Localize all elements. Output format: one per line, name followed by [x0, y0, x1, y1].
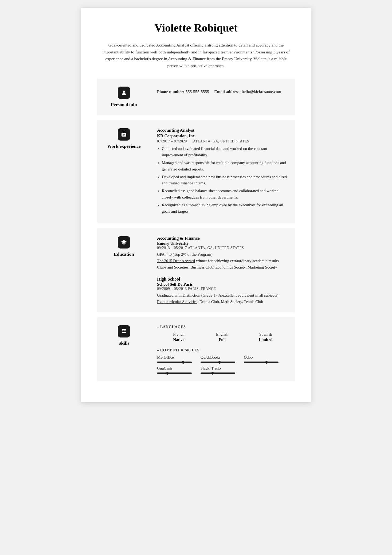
- edu-detail: The 2015 Dean's Award winner for achievi…: [157, 258, 287, 264]
- skill-item: MS Office: [157, 355, 201, 363]
- education-left: Education: [97, 228, 151, 312]
- skill-item-empty: [244, 366, 287, 374]
- personal-info-right: Phone number: 555-555-5555 Email address…: [151, 79, 295, 115]
- email-value: hello@kickresume.com: [242, 89, 281, 94]
- skill-bar: [157, 362, 192, 363]
- skill-bar-dot: [166, 372, 169, 375]
- skill-bar-dot: [265, 361, 268, 364]
- candidate-name: Violette Robiquet: [97, 21, 295, 34]
- job-company: KR Corporation, Inc.: [157, 134, 287, 138]
- computer-skills-label: – COMPUTER SKILLS: [157, 348, 287, 352]
- job-meta: 07/2017 – 07/2020 ATLANTA, GA, UNITED ST…: [157, 139, 287, 143]
- job-bullet: Collected and evaluated financial data a…: [162, 146, 287, 158]
- computer-skills-grid: MS OfficeQuickBooksOdooGnuCashSlack, Tre…: [157, 355, 287, 374]
- job-bullet: Reconciled assigned balance sheet accoun…: [162, 188, 287, 201]
- skill-name: GnuCash: [157, 366, 201, 371]
- edu-detail: GPA: 4.0 (Top 2% of the Program): [157, 251, 287, 258]
- language-item: SpanishLimited: [244, 332, 287, 342]
- edu-detail: Extracurricular Activities: Drama Club, …: [157, 299, 287, 305]
- resume-container: Violette Robiquet Goal-oriented and dedi…: [81, 8, 311, 402]
- svg-rect-1: [121, 133, 126, 137]
- skill-item: Odoo: [244, 355, 287, 363]
- edu-block: High SchoolSchool Self De Paris09/2009 –…: [157, 277, 287, 305]
- education-title: Education: [114, 252, 134, 257]
- job-bullet: Managed and was responsible for multiple…: [162, 160, 287, 173]
- skill-bar: [201, 362, 235, 363]
- skills-icon: [118, 325, 130, 337]
- job-title: Accounting Analyst: [157, 128, 287, 133]
- edu-block: Accounting & FinanceEmory University09/2…: [157, 236, 287, 270]
- skill-bar: [157, 372, 192, 374]
- personal-info-section: Personal info Phone number: 555-555-5555…: [97, 79, 295, 115]
- language-name: English: [216, 332, 228, 337]
- personal-info-contact: Phone number: 555-555-5555 Email address…: [157, 86, 287, 95]
- work-experience-section: Work experience Accounting Analyst KR Co…: [97, 120, 295, 223]
- work-experience-left: Work experience: [97, 120, 151, 223]
- education-section: Education Accounting & FinanceEmory Univ…: [97, 228, 295, 312]
- languages-label: – LANGUAGES: [157, 325, 287, 329]
- edu-detail: Clubs and Societies: Business Club, Econ…: [157, 264, 287, 271]
- candidate-summary: Goal-oriented and dedicated Accounting A…: [97, 42, 295, 69]
- language-name: Spanish: [259, 332, 272, 337]
- skill-name: QuickBooks: [201, 355, 244, 360]
- language-item: FrenchNative: [157, 332, 201, 342]
- edu-school: School Self De Paris: [157, 282, 287, 287]
- skill-row: MS OfficeQuickBooksOdoo: [157, 355, 287, 363]
- edu-school: Emory University: [157, 241, 287, 246]
- skill-item: Slack, Trello: [201, 366, 244, 374]
- email-label: Email address:: [214, 89, 241, 94]
- language-name: French: [173, 332, 184, 337]
- language-item: EnglishFull: [201, 332, 244, 342]
- languages-grid: FrenchNativeEnglishFullSpanishLimited: [157, 332, 287, 342]
- svg-point-0: [123, 91, 125, 93]
- education-right: Accounting & FinanceEmory University09/2…: [151, 228, 295, 312]
- skills-right: – LANGUAGES FrenchNativeEnglishFullSpani…: [151, 317, 295, 381]
- edu-degree: Accounting & Finance: [157, 236, 287, 241]
- edu-meta: 09/2009 – 05/2013 PARIS, FRANCE: [157, 287, 287, 291]
- skill-row: GnuCashSlack, Trello: [157, 366, 287, 374]
- education-icon: [118, 236, 130, 249]
- edu-degree: High School: [157, 277, 287, 282]
- skill-bar-dot: [218, 361, 221, 364]
- job-bullet: Developed and implemented new business p…: [162, 174, 287, 187]
- skill-item: QuickBooks: [201, 355, 244, 363]
- work-experience-right: Accounting Analyst KR Corporation, Inc. …: [151, 120, 295, 223]
- skill-name: Odoo: [244, 355, 287, 360]
- personal-info-icon: [118, 87, 130, 99]
- skill-bar: [244, 362, 279, 363]
- skill-name: MS Office: [157, 355, 201, 360]
- work-experience-title: Work experience: [107, 144, 140, 149]
- personal-info-title: Personal info: [111, 102, 137, 107]
- skills-left: Skills: [97, 317, 151, 381]
- phone-label: Phone number:: [157, 89, 185, 94]
- language-level: Native: [173, 337, 184, 342]
- phone-value: 555-555-5555: [186, 89, 209, 94]
- skill-bar-dot: [182, 361, 185, 364]
- skills-title: Skills: [119, 341, 129, 346]
- edu-detail: Graduated with Distinction (Grade 1 - A/…: [157, 292, 287, 299]
- language-level: Limited: [259, 337, 272, 342]
- skill-bar-dot: [211, 372, 214, 375]
- job-bullet: Recognized as a top-achieving employee b…: [162, 202, 287, 215]
- svg-rect-2: [123, 134, 125, 135]
- svg-rect-3: [123, 135, 124, 136]
- skill-name: Slack, Trello: [201, 366, 244, 371]
- personal-info-left: Personal info: [97, 79, 151, 115]
- job-bullets-list: Collected and evaluated financial data a…: [162, 146, 287, 215]
- skills-section: Skills – LANGUAGES FrenchNativeEnglishFu…: [97, 317, 295, 381]
- skill-item: GnuCash: [157, 366, 201, 374]
- edu-meta: 09/2013 – 05/2017 ATLANTA, GA, UNITED ST…: [157, 246, 287, 250]
- work-experience-icon: [118, 128, 130, 141]
- skill-bar: [201, 372, 235, 374]
- language-level: Full: [219, 337, 226, 342]
